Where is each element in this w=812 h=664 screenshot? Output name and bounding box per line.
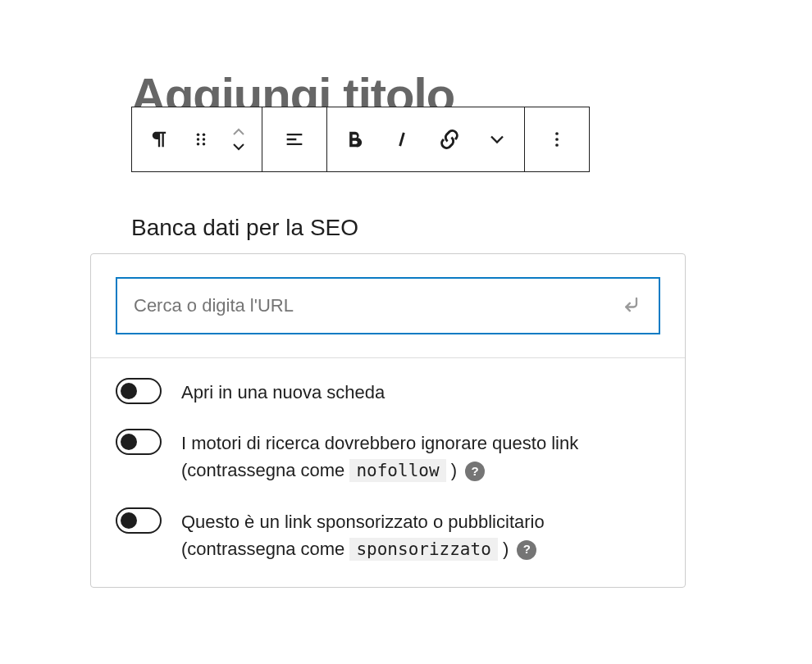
bold-button[interactable] bbox=[331, 108, 378, 171]
toolbar-group-align bbox=[262, 107, 327, 171]
chevron-up-icon[interactable] bbox=[231, 127, 246, 137]
link-url-input[interactable] bbox=[134, 295, 619, 316]
bold-icon bbox=[343, 128, 366, 151]
align-button[interactable] bbox=[266, 108, 323, 171]
code-sponsored: sponsorizzato bbox=[349, 538, 497, 561]
help-icon[interactable]: ? bbox=[465, 462, 485, 481]
submit-icon[interactable] bbox=[619, 293, 642, 319]
toggle-nofollow[interactable] bbox=[116, 429, 162, 455]
svg-point-0 bbox=[197, 133, 200, 136]
chevron-down-icon[interactable] bbox=[231, 142, 246, 152]
help-icon[interactable]: ? bbox=[517, 540, 536, 560]
svg-point-1 bbox=[203, 133, 206, 136]
link-icon bbox=[438, 128, 461, 151]
label-new-tab: Apri in una nuova scheda bbox=[181, 378, 385, 406]
align-left-icon bbox=[283, 128, 306, 151]
link-button[interactable] bbox=[426, 108, 473, 171]
paragraph-content[interactable]: Banca dati per la SEO bbox=[131, 215, 358, 241]
code-nofollow: nofollow bbox=[349, 459, 445, 482]
svg-point-8 bbox=[555, 143, 559, 147]
option-sponsored: Questo è un link sponsorizzato o pubblic… bbox=[116, 507, 660, 563]
svg-point-2 bbox=[197, 138, 200, 141]
drag-handle-button[interactable] bbox=[183, 108, 219, 171]
link-control-panel: Apri in una nuova scheda I motori di ric… bbox=[90, 253, 686, 588]
italic-icon bbox=[390, 128, 413, 151]
toolbar-group-more bbox=[525, 107, 589, 171]
option-nofollow: I motori di ricerca dovrebbero ignorare … bbox=[116, 429, 660, 484]
toolbar-group-block bbox=[132, 107, 262, 171]
svg-point-5 bbox=[203, 143, 206, 146]
more-options-button[interactable] bbox=[528, 108, 586, 171]
svg-point-4 bbox=[197, 143, 200, 146]
toolbar-group-format bbox=[327, 107, 525, 171]
toggle-new-tab[interactable] bbox=[116, 378, 162, 404]
label-nofollow: I motori di ricerca dovrebbero ignorare … bbox=[181, 429, 660, 484]
link-options-section: Apri in una nuova scheda I motori di ric… bbox=[91, 358, 685, 587]
svg-point-7 bbox=[555, 138, 559, 141]
more-vertical-icon bbox=[545, 128, 568, 151]
label-sponsored: Questo è un link sponsorizzato o pubblic… bbox=[181, 507, 660, 563]
toggle-sponsored[interactable] bbox=[116, 507, 162, 534]
chevron-down-icon bbox=[486, 128, 509, 151]
link-search-wrapper bbox=[116, 277, 660, 334]
svg-point-6 bbox=[555, 132, 559, 135]
move-buttons bbox=[219, 108, 258, 171]
enter-icon bbox=[619, 293, 642, 316]
paragraph-block-button[interactable] bbox=[135, 108, 183, 171]
link-search-section bbox=[91, 254, 685, 358]
drag-icon bbox=[189, 128, 212, 151]
italic-button[interactable] bbox=[378, 108, 426, 171]
paragraph-icon bbox=[148, 128, 171, 151]
block-toolbar bbox=[131, 107, 590, 172]
svg-point-3 bbox=[203, 138, 206, 141]
option-new-tab: Apri in una nuova scheda bbox=[116, 378, 660, 406]
more-format-button[interactable] bbox=[473, 108, 521, 171]
